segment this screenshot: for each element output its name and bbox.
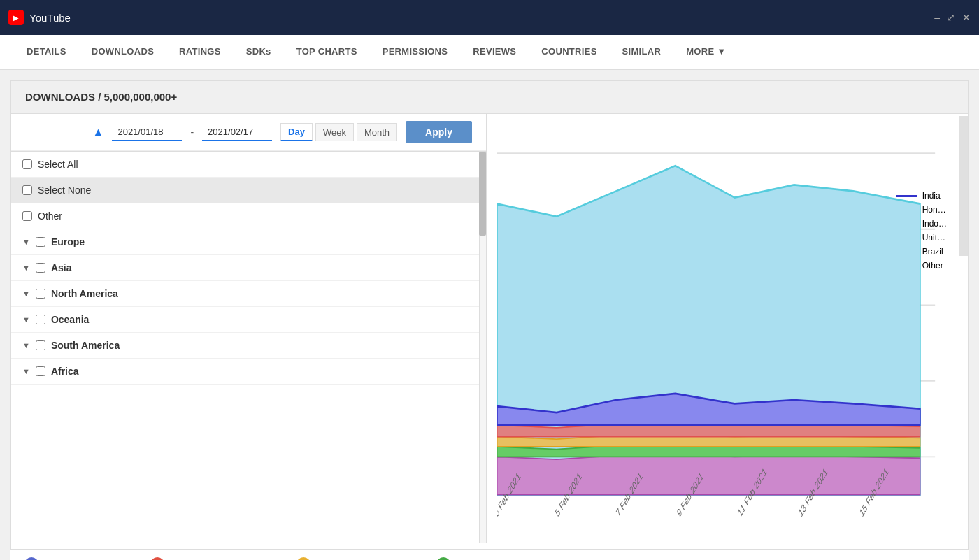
stat-hongkong-dot bbox=[150, 557, 164, 560]
checkbox-north-america[interactable]: ▼ North America bbox=[11, 281, 486, 307]
select-all-item[interactable]: Select All bbox=[11, 152, 486, 178]
europe-chevron-icon[interactable]: ▼ bbox=[22, 238, 30, 246]
list-scrollbar-thumb[interactable] bbox=[479, 152, 486, 236]
asia-checkbox[interactable] bbox=[36, 263, 45, 273]
select-none-item[interactable]: Select None bbox=[11, 178, 486, 203]
nav-item-details[interactable]: DETAILS bbox=[14, 35, 79, 70]
stat-india: India: 11,673,219 (8%) bbox=[24, 557, 136, 560]
nav-item-top-charts[interactable]: TOP CHARTS bbox=[284, 35, 370, 70]
other-label: Other bbox=[38, 210, 62, 222]
stat-us: United States: 6,755,794 (5%) bbox=[436, 557, 578, 560]
time-btn-month[interactable]: Month bbox=[357, 123, 397, 141]
south-america-label: South America bbox=[51, 340, 120, 351]
nav-bar: DETAILS DOWNLOADS RATINGS SDKs TOP CHART… bbox=[0, 35, 979, 70]
oceania-chevron-icon[interactable]: ▼ bbox=[22, 315, 30, 324]
south-america-chevron-icon[interactable]: ▼ bbox=[22, 341, 30, 350]
minimize-icon[interactable]: – bbox=[934, 12, 940, 23]
time-btn-week[interactable]: Week bbox=[315, 123, 354, 141]
downloads-title: DOWNLOADS / 5,000,000,000+ bbox=[25, 91, 177, 103]
maximize-icon[interactable]: ⤢ bbox=[947, 12, 955, 23]
left-panel: ▲ - Day Week Month Apply Select All bbox=[11, 114, 487, 543]
right-panel: India Hon… Indo… Unit… Brazil bbox=[487, 114, 968, 543]
checkbox-oceania[interactable]: ▼ Oceania bbox=[11, 307, 486, 333]
stat-indonesia: Indonesia: 7,528,747 (5%) bbox=[296, 557, 423, 560]
nav-item-countries[interactable]: COUNTRIES bbox=[529, 35, 609, 70]
filter-bar: ▲ - Day Week Month Apply bbox=[11, 114, 486, 151]
main-content: DOWNLOADS / 5,000,000,000+ ▲ - Day Week … bbox=[10, 80, 969, 550]
africa-chevron-icon[interactable]: ▼ bbox=[22, 367, 30, 375]
select-none-label: Select None bbox=[38, 185, 91, 196]
europe-checkbox[interactable] bbox=[36, 237, 45, 247]
apply-button[interactable]: Apply bbox=[406, 121, 472, 143]
list-scrollbar-track[interactable] bbox=[479, 152, 486, 543]
north-america-chevron-icon[interactable]: ▼ bbox=[22, 289, 30, 298]
chart-container: 3 Feb 2021 5 Feb 2021 7 Feb 2021 9 Feb 2… bbox=[497, 128, 957, 533]
stat-hongkong: Hong Kong: 7,994,632 (6%) bbox=[150, 557, 283, 560]
checkbox-africa[interactable]: ▼ Africa bbox=[11, 359, 486, 385]
stat-indonesia-dot bbox=[296, 557, 310, 560]
close-icon[interactable]: ✕ bbox=[962, 12, 971, 23]
checkbox-south-america[interactable]: ▼ South America bbox=[11, 333, 486, 359]
select-all-checkbox[interactable] bbox=[22, 159, 32, 169]
select-none-checkbox[interactable] bbox=[22, 185, 32, 195]
time-btn-day[interactable]: Day bbox=[280, 123, 313, 141]
youtube-logo-icon bbox=[8, 10, 24, 25]
nav-item-more[interactable]: MORE ▼ bbox=[673, 35, 738, 70]
nav-item-reviews[interactable]: REVIEWS bbox=[460, 35, 529, 70]
date-from-input[interactable] bbox=[112, 124, 182, 141]
africa-label: Africa bbox=[51, 366, 79, 377]
stat-india-dot bbox=[24, 557, 38, 560]
checkbox-europe[interactable]: ▼ Europe bbox=[11, 229, 486, 255]
south-america-checkbox[interactable] bbox=[36, 340, 45, 350]
date-to-input[interactable] bbox=[202, 124, 272, 141]
title-bar-left: YouTube bbox=[8, 10, 71, 25]
nav-item-similar[interactable]: SIMILAR bbox=[610, 35, 674, 70]
window-controls: – ⤢ ✕ bbox=[934, 12, 971, 23]
area-chart: 3 Feb 2021 5 Feb 2021 7 Feb 2021 9 Feb 2… bbox=[497, 128, 957, 533]
date-separator: - bbox=[190, 127, 194, 138]
checkbox-asia[interactable]: ▼ Asia bbox=[11, 255, 486, 281]
stat-us-dot bbox=[436, 557, 450, 560]
checkbox-other[interactable]: Other bbox=[11, 203, 486, 229]
app-title: YouTube bbox=[29, 12, 71, 24]
north-america-label: North America bbox=[51, 288, 118, 299]
downloads-header: DOWNLOADS / 5,000,000,000+ bbox=[11, 81, 968, 114]
time-options: Day Week Month bbox=[280, 123, 397, 141]
title-bar: YouTube – ⤢ ✕ bbox=[0, 0, 979, 35]
content-area: ▲ - Day Week Month Apply Select All bbox=[11, 114, 968, 543]
nav-item-downloads[interactable]: DOWNLOADS bbox=[79, 35, 166, 70]
oceania-checkbox[interactable] bbox=[36, 315, 45, 324]
select-all-label: Select All bbox=[38, 159, 78, 170]
north-america-checkbox[interactable] bbox=[36, 289, 45, 299]
nav-item-sdks[interactable]: SDKs bbox=[234, 35, 284, 70]
nav-item-permissions[interactable]: PERMISSIONS bbox=[370, 35, 461, 70]
europe-label: Europe bbox=[51, 236, 85, 247]
africa-checkbox[interactable] bbox=[36, 366, 45, 376]
other-checkbox[interactable] bbox=[22, 211, 32, 221]
asia-chevron-icon[interactable]: ▼ bbox=[22, 264, 30, 272]
brazil-area bbox=[497, 454, 920, 495]
checkbox-list[interactable]: Select All Select None Other ▼ Europe bbox=[11, 151, 486, 543]
oceania-label: Oceania bbox=[51, 314, 89, 325]
nav-item-ratings[interactable]: RATINGS bbox=[166, 35, 234, 70]
chevron-up-icon[interactable]: ▲ bbox=[93, 126, 104, 138]
asia-label: Asia bbox=[51, 262, 72, 273]
bottom-stats: India: 11,673,219 (8%) Hong Kong: 7,994,… bbox=[10, 550, 969, 560]
